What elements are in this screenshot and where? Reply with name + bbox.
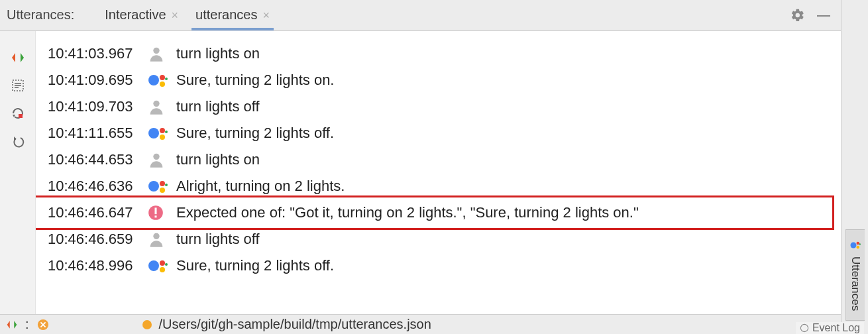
- tab-interactive[interactable]: Interactive ×: [98, 0, 185, 30]
- status-path: /Users/git/gh-sample/build/tmp/utterance…: [159, 317, 431, 332]
- svg-point-25: [148, 260, 159, 271]
- statusbar: : /Users/git/gh-sample/build/tmp/utteran…: [0, 314, 841, 334]
- user-icon: [147, 97, 176, 116]
- svg-point-15: [165, 131, 168, 133]
- svg-rect-5: [19, 114, 23, 118]
- svg-point-12: [148, 128, 159, 139]
- log-message: turn lights on: [176, 45, 841, 62]
- tab-label: Interactive: [105, 7, 166, 23]
- svg-point-6: [153, 48, 159, 54]
- svg-point-18: [160, 181, 165, 186]
- diff-arrows-icon[interactable]: [10, 50, 26, 66]
- log-line[interactable]: 10:41:11.655Sure, turning 2 lights off.: [36, 120, 841, 146]
- log-message: Sure, turning 2 lights on.: [176, 72, 841, 89]
- log-message: Expected one of: "Got it, turning on 2 l…: [176, 204, 841, 221]
- cancel-icon[interactable]: [37, 319, 49, 331]
- timestamp: 10:46:48.996: [48, 257, 147, 274]
- log-message: Alright, turning on 2 lights.: [176, 178, 841, 195]
- status-dot-icon: [142, 319, 152, 330]
- log-message: Sure, turning 2 lights off.: [176, 257, 841, 274]
- log-line[interactable]: 10:46:46.636Alright, turning on 2 lights…: [36, 173, 841, 199]
- svg-point-13: [160, 128, 165, 133]
- close-icon[interactable]: ×: [172, 9, 179, 21]
- log-line[interactable]: 10:46:44.653turn lights on: [36, 146, 841, 173]
- svg-point-35: [801, 324, 808, 331]
- tab-label: utterances: [195, 7, 257, 23]
- assistant-icon: [147, 177, 176, 195]
- log-area[interactable]: 10:41:03.967turn lights on10:41:09.695Su…: [36, 31, 841, 314]
- svg-point-32: [856, 242, 859, 245]
- svg-point-8: [160, 75, 165, 80]
- log-message: Sure, turning 2 lights off.: [176, 125, 841, 142]
- timestamp: 10:41:09.695: [48, 72, 147, 89]
- rerun-icon[interactable]: [10, 105, 26, 121]
- timestamp: 10:46:46.636: [48, 178, 147, 195]
- timestamp: 10:41:11.655: [48, 125, 147, 142]
- side-rail: Utterances: [841, 0, 868, 334]
- gear-icon[interactable]: [787, 5, 809, 25]
- side-tab-label: Utterances: [849, 256, 862, 311]
- log-line[interactable]: 10:46:46.647Expected one of: "Got it, tu…: [36, 199, 841, 226]
- undo-icon[interactable]: [10, 133, 26, 149]
- error-icon: [147, 204, 176, 221]
- svg-point-24: [153, 233, 159, 239]
- panel-title: Utterances:: [7, 7, 74, 23]
- minimize-icon[interactable]: —: [813, 5, 834, 25]
- user-icon: [147, 230, 176, 249]
- close-icon[interactable]: ×: [262, 9, 270, 21]
- timestamp: 10:46:46.659: [48, 231, 147, 248]
- side-tab-utterances[interactable]: Utterances: [845, 229, 865, 321]
- assistant-icon: [147, 256, 176, 275]
- gutter: [0, 31, 36, 314]
- event-log-link[interactable]: Event Log: [796, 322, 864, 334]
- svg-point-19: [160, 188, 165, 193]
- svg-point-7: [148, 75, 159, 85]
- svg-point-34: [859, 243, 860, 245]
- log-message: turn lights off: [176, 98, 841, 115]
- svg-point-20: [165, 184, 168, 186]
- svg-point-17: [148, 181, 159, 192]
- timestamp: 10:46:44.653: [48, 151, 147, 168]
- log-message: turn lights off: [176, 231, 841, 248]
- diff-arrows-icon[interactable]: [6, 319, 18, 331]
- svg-rect-23: [154, 215, 156, 217]
- list-icon[interactable]: [10, 78, 26, 93]
- assistant-icon: [849, 239, 861, 251]
- user-icon: [147, 44, 176, 63]
- log-line[interactable]: 10:46:48.996Sure, turning 2 lights off.: [36, 252, 841, 279]
- svg-point-30: [142, 320, 152, 329]
- status-separator: :: [25, 317, 29, 332]
- assistant-icon: [147, 71, 176, 89]
- timestamp: 10:41:09.703: [48, 98, 147, 115]
- svg-point-26: [160, 260, 165, 266]
- timestamp: 10:41:03.967: [48, 45, 147, 62]
- tab-utterances[interactable]: utterances ×: [189, 0, 276, 30]
- svg-point-31: [850, 242, 856, 248]
- svg-point-14: [160, 135, 165, 140]
- user-icon: [147, 150, 176, 169]
- svg-rect-22: [154, 207, 156, 214]
- log-message: turn lights on: [176, 151, 841, 168]
- svg-point-9: [160, 82, 165, 87]
- svg-point-27: [160, 267, 165, 272]
- svg-point-10: [165, 78, 168, 80]
- log-line[interactable]: 10:41:09.695Sure, turning 2 lights on.: [36, 67, 841, 93]
- log-line[interactable]: 10:41:03.967turn lights on: [36, 40, 841, 67]
- tabbar: Utterances: Interactive × utterances × —: [0, 0, 841, 30]
- svg-point-11: [153, 101, 159, 107]
- log-line[interactable]: 10:46:46.659turn lights off: [36, 226, 841, 252]
- svg-point-33: [856, 246, 859, 249]
- assistant-icon: [147, 124, 176, 142]
- timestamp: 10:46:46.647: [48, 204, 147, 221]
- svg-point-16: [153, 154, 159, 160]
- svg-point-28: [165, 263, 168, 266]
- log-line[interactable]: 10:41:09.703turn lights off: [36, 93, 841, 120]
